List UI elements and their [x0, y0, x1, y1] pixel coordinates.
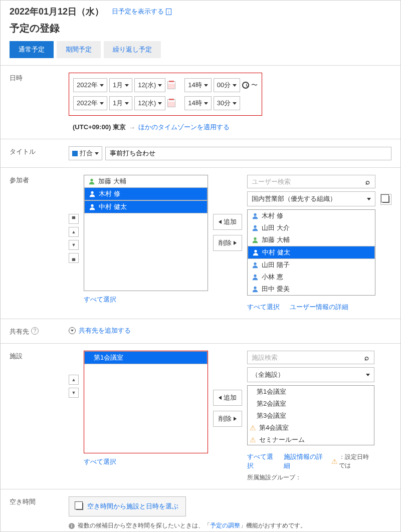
- person-icon: [252, 236, 259, 243]
- end-min-select[interactable]: 30分: [214, 96, 240, 110]
- start-year-select[interactable]: 2022年: [73, 78, 107, 92]
- timezone-link[interactable]: ほかのタイムゾーンを適用する: [138, 123, 230, 132]
- calendar-icon[interactable]: [167, 81, 175, 89]
- label-availability: 空き時間: [10, 496, 69, 530]
- facility-detail-link[interactable]: 施設情報の詳細: [284, 452, 323, 470]
- list-item[interactable]: ⚠第4会議室: [248, 422, 374, 434]
- move-down-button[interactable]: ▼: [69, 388, 79, 398]
- title-category-select[interactable]: 打合: [69, 146, 102, 160]
- org-select[interactable]: 国内営業部（優先する組織）: [247, 191, 375, 206]
- add-button[interactable]: 追加: [213, 214, 242, 230]
- remove-button[interactable]: 削除: [213, 235, 242, 251]
- label-title: タイトル: [10, 146, 69, 160]
- move-down-button[interactable]: ▼: [69, 240, 79, 250]
- page-title: 予定の登録: [1, 20, 400, 41]
- list-item[interactable]: 田中 愛美: [248, 283, 375, 295]
- schedule-adjust-link[interactable]: 予定の調整: [210, 522, 240, 529]
- start-min-select[interactable]: 00分: [214, 78, 240, 92]
- availability-button[interactable]: 空き時間から施設と日時を選ぶ: [69, 496, 186, 516]
- remove-button[interactable]: 削除: [213, 411, 242, 427]
- select-all-link[interactable]: すべて選択: [247, 452, 276, 470]
- list-item[interactable]: ⚠セミナールーム: [248, 434, 374, 445]
- warning-icon: ⚠: [250, 424, 256, 432]
- list-item[interactable]: 第1会議室: [84, 351, 208, 364]
- end-year-select[interactable]: 2022年: [73, 96, 107, 110]
- person-icon: [89, 190, 96, 197]
- move-top-button[interactable]: ▀: [69, 214, 79, 224]
- move-up-button[interactable]: ▲: [69, 227, 79, 237]
- person-icon: [88, 178, 95, 185]
- candidate-facilities-list[interactable]: 第1会議室 第2会議室 第3会議室 ⚠第4会議室 ⚠セミナールーム: [247, 385, 374, 445]
- start-day-select[interactable]: 12(水): [134, 78, 165, 92]
- list-item[interactable]: 第2会議室: [248, 398, 374, 410]
- download-icon[interactable]: ↓: [166, 9, 171, 15]
- start-month-select[interactable]: 1月: [109, 78, 132, 92]
- end-month-select[interactable]: 1月: [109, 96, 132, 110]
- select-all-link[interactable]: すべて選択: [84, 457, 116, 466]
- start-hour-select[interactable]: 14時: [184, 78, 211, 92]
- add-button[interactable]: 追加: [213, 390, 242, 406]
- facility-group-label: 所属施設グループ：: [247, 473, 374, 482]
- title-input[interactable]: [105, 147, 391, 160]
- current-date: 2022年01月12日（水）: [10, 6, 104, 18]
- select-all-link[interactable]: すべて選択: [247, 303, 280, 312]
- help-icon[interactable]: ?: [31, 327, 39, 335]
- warning-icon: ⚠: [250, 436, 256, 444]
- calendar-icon[interactable]: [167, 99, 175, 107]
- list-item[interactable]: 加藤 大輔: [84, 175, 208, 187]
- selected-participants-list[interactable]: 加藤 大輔 木村 修 中村 健太: [84, 175, 208, 291]
- external-org-icon[interactable]: [380, 194, 391, 205]
- range-tilde: 〜: [251, 81, 258, 90]
- person-icon: [252, 286, 259, 293]
- availability-hint: 複数の候補日から空き時間を探したいときは、「予定の調整」機能がおすすめです。: [78, 521, 306, 530]
- move-up-button[interactable]: ▲: [69, 375, 79, 385]
- warning-note: ：設定日時では: [339, 453, 374, 470]
- select-all-link[interactable]: すべて選択: [84, 295, 116, 304]
- search-icon[interactable]: ⌕: [359, 353, 374, 362]
- candidate-users-list[interactable]: 木村 修 山田 大介 加藤 大輔 中村 健太 山田 陽子 小林 恵 田中 愛美: [247, 209, 375, 296]
- category-color-icon: [72, 151, 78, 156]
- list-item[interactable]: 第3会議室: [248, 410, 374, 422]
- end-day-select[interactable]: 12(水): [134, 96, 165, 110]
- chevron-down-icon: [69, 327, 76, 334]
- end-hour-select[interactable]: 14時: [184, 96, 211, 110]
- label-participants: 参加者: [10, 175, 69, 312]
- tab-repeat[interactable]: 繰り返し予定: [104, 41, 161, 58]
- arrow-icon: →: [129, 124, 135, 131]
- add-share-link[interactable]: 共有先を追加する: [69, 326, 391, 335]
- person-icon: [252, 212, 259, 219]
- user-search-input[interactable]: [248, 175, 360, 188]
- timezone-label: (UTC+09:00) 東京: [73, 123, 126, 132]
- search-icon[interactable]: ⌕: [360, 177, 375, 186]
- label-datetime: 日時: [10, 73, 69, 132]
- list-item[interactable]: 第1会議室: [248, 386, 374, 398]
- list-item[interactable]: 木村 修: [248, 210, 375, 222]
- list-item[interactable]: 中村 健太: [248, 246, 375, 259]
- day-schedule-link[interactable]: 日予定を表示する: [112, 8, 164, 15]
- popup-icon: [76, 503, 83, 510]
- person-icon: [252, 224, 259, 231]
- label-share: 共有先: [10, 327, 29, 336]
- label-facility: 施設: [10, 351, 69, 482]
- tab-normal[interactable]: 通常予定: [10, 41, 54, 58]
- warning-icon: ⚠: [331, 457, 338, 465]
- facility-search-input[interactable]: [248, 351, 359, 364]
- person-icon: [252, 274, 259, 281]
- facility-group-select[interactable]: （全施設）: [247, 367, 374, 382]
- user-detail-link[interactable]: ユーザー情報の詳細: [290, 303, 348, 312]
- list-item[interactable]: 木村 修: [84, 187, 208, 200]
- person-icon: [89, 203, 96, 210]
- list-item[interactable]: 山田 大介: [248, 222, 375, 234]
- selected-facilities-list[interactable]: 第1会議室: [84, 351, 208, 453]
- clock-icon: [242, 82, 249, 89]
- tab-period[interactable]: 期間予定: [57, 41, 101, 58]
- list-item[interactable]: 加藤 大輔: [248, 234, 375, 246]
- list-item[interactable]: 山田 陽子: [248, 259, 375, 271]
- info-icon: i: [69, 523, 75, 529]
- list-item[interactable]: 中村 健太: [84, 200, 208, 213]
- person-icon: [252, 249, 259, 256]
- person-icon: [252, 261, 259, 269]
- list-item[interactable]: 小林 恵: [248, 271, 375, 283]
- move-bottom-button[interactable]: ▄: [69, 253, 79, 263]
